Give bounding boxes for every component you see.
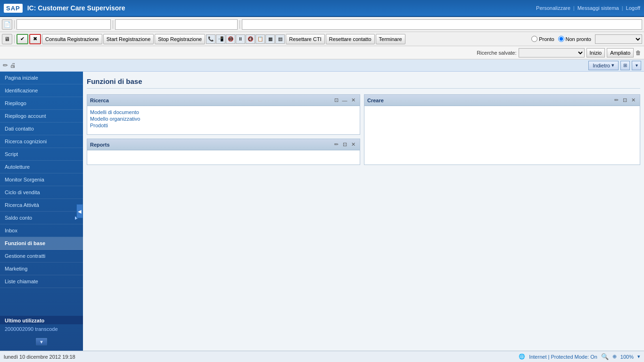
ricerca-panel-body: Modelli di documento Modello organizzati… <box>87 106 360 134</box>
toolbar-input-3[interactable] <box>242 19 642 30</box>
creare-edit-icon[interactable]: ✏ <box>612 97 620 104</box>
cti-icon2[interactable]: 📲 <box>216 34 225 44</box>
inizio-btn[interactable]: Inizio <box>586 48 605 58</box>
sidebar-item-liste-chiamate[interactable]: Liste chiamate <box>0 275 83 288</box>
indietro-btn[interactable]: Indietro ▾ <box>588 61 619 70</box>
creare-maximize-icon[interactable]: ⊡ <box>621 97 628 104</box>
cti-icon8[interactable]: ▤ <box>275 34 285 44</box>
sidebar-item-identificazione[interactable]: Identificazione <box>0 84 83 97</box>
sidebar-item-inbox[interactable]: Inbox <box>0 224 83 237</box>
reports-edit-icon[interactable]: ✏ <box>332 141 340 148</box>
sidebar-item-pagina-iniziale[interactable]: Pagina iniziale <box>0 72 83 84</box>
sidebar-item-riepilogo[interactable]: Riepilogo <box>0 97 83 110</box>
ricerca-maximize-icon[interactable]: ⊡ <box>332 97 340 104</box>
start-btn[interactable]: Start Registrazione <box>103 34 154 44</box>
toolbar2-icon1[interactable]: 🖥 <box>2 34 12 44</box>
prodotti-link[interactable]: Prodotti <box>90 122 357 129</box>
radio-pronto[interactable]: Pronto <box>531 36 554 42</box>
internet-status: Internet | Protected Mode: On <box>529 354 597 360</box>
ampliato-btn[interactable]: Ampliato <box>607 48 634 58</box>
zoom-level: ⊕ <box>612 354 617 360</box>
cti-icon1[interactable]: 📞 <box>206 34 215 44</box>
toolbar-input-2[interactable] <box>115 19 238 30</box>
ricerca-minimize-icon[interactable]: — <box>341 97 348 104</box>
ultimo-utilizzato-item[interactable]: 2000002090 transcode <box>0 324 83 334</box>
doc-icon[interactable]: 📄 <box>2 19 12 30</box>
sidebar-item-monitor-sorgenia[interactable]: Monitor Sorgenia <box>0 173 83 186</box>
resetta-cti-btn[interactable]: Resettare CTI <box>286 34 324 44</box>
sidebar-item-marketing[interactable]: Marketing <box>0 263 83 275</box>
ricerca-close-icon[interactable]: ✕ <box>349 97 357 104</box>
x-icon[interactable]: ✖ <box>29 34 41 44</box>
creare-panel-icons: ✏ ⊡ ✕ <box>612 97 637 104</box>
non-pronto-select[interactable] <box>595 34 642 44</box>
sidebar-item-ciclo-vendita[interactable]: Ciclo di vendita <box>0 186 83 199</box>
creare-panel-title: Creare <box>367 98 612 103</box>
content-panels: Ricerca ⊡ — ✕ Modelli di documento Model… <box>87 94 640 165</box>
sidebar-collapse-btn[interactable]: ◀ <box>76 204 83 218</box>
sidebar-item-saldo-conto[interactable]: Saldo conto ▶ <box>0 212 83 224</box>
cti-icon5[interactable]: 🔇 <box>246 34 255 44</box>
sidebar-item-script[interactable]: Script <box>0 148 83 161</box>
reports-maximize-icon[interactable]: ⊡ <box>341 141 348 148</box>
creare-panel-header: Creare ✏ ⊡ ✕ <box>364 95 640 106</box>
sidebar-item-gestione-contratti[interactable]: Gestione contratti <box>0 250 83 263</box>
sidebar-item-ricerca-cognizioni[interactable]: Ricerca cognizioni <box>0 135 83 148</box>
nav-icon1[interactable]: ⊞ <box>620 61 630 70</box>
delete-icon[interactable]: 🗑 <box>636 49 641 56</box>
sidebar-item-ricerca-attivita[interactable]: Ricerca Attività <box>0 199 83 212</box>
sidebar-item-autoletture[interactable]: Autoletture <box>0 161 83 173</box>
creare-close-icon[interactable]: ✕ <box>629 97 637 104</box>
statusbar-right: 🌐 Internet | Protected Mode: On 🔍 ⊕ 100%… <box>519 353 640 360</box>
statusbar: lunedì 10 dicembre 2012 19:18 🌐 Internet… <box>0 351 644 362</box>
messaggi-link[interactable]: Messaggi sistema <box>578 5 619 11</box>
sidebar-item-funzioni-di-base[interactable]: Funzioni di base <box>0 237 83 250</box>
ricerche-salvate-label: Ricerche salvate: <box>477 50 516 56</box>
reports-panel-title: Reports <box>90 142 332 148</box>
reports-panel-header: Reports ✏ ⊡ ✕ <box>87 139 360 150</box>
stop-btn[interactable]: Stop Registrazione <box>155 34 205 44</box>
toolbar2: 🖥 ✔ ✖ Consulta Registrazione Start Regis… <box>0 32 644 46</box>
zoom-value: 100% <box>620 354 634 360</box>
cti-icon6[interactable]: 📋 <box>256 34 265 44</box>
reports-close-icon[interactable]: ✕ <box>349 141 357 148</box>
creare-panel-body <box>364 106 640 134</box>
content-area: Funzioni di base Ricerca ⊡ — ✕ Modell <box>83 72 644 351</box>
zoom-icon: 🔍 <box>601 353 609 360</box>
radio-non-pronto[interactable]: Non pronto <box>558 36 591 42</box>
main: ◀ Pagina iniziale Identificazione Riepil… <box>0 72 644 351</box>
logoff-link[interactable]: Logoff <box>626 5 640 11</box>
radio-group: Pronto Non pronto <box>531 34 642 44</box>
modelli-documento-link[interactable]: Modelli di documento <box>90 109 357 115</box>
sep <box>14 20 15 29</box>
printer-icon[interactable]: 🖨 <box>10 62 16 69</box>
cti-icon4[interactable]: ⏸ <box>236 34 245 44</box>
app-title: IC: Customer Care Supervisore <box>27 4 536 12</box>
cti-icon7[interactable]: ▦ <box>265 34 275 44</box>
toolbar-input-1[interactable] <box>17 19 111 30</box>
sep3 <box>239 20 240 29</box>
ricerche-select[interactable] <box>519 48 585 58</box>
personalizzare-link[interactable]: Personalizzare <box>536 5 570 11</box>
sep2: | <box>622 5 623 11</box>
cti-icon3[interactable]: 📵 <box>226 34 235 44</box>
zoom-arrow[interactable]: ▾ <box>637 354 640 360</box>
nav-icon2[interactable]: ▾ <box>632 61 641 70</box>
termina-btn[interactable]: Terminare <box>376 34 405 44</box>
pencil-icon[interactable]: ✏ <box>3 62 8 69</box>
creare-panel: Creare ✏ ⊡ ✕ <box>364 94 640 165</box>
consulta-btn[interactable]: Consulta Registrazione <box>42 34 102 44</box>
modello-organizzativo-link[interactable]: Modello organizzativo <box>90 115 357 122</box>
sidebar-dropdown-btn[interactable]: ▼ <box>35 337 48 346</box>
app-header: SAP IC: Customer Care Supervisore Person… <box>0 0 644 17</box>
sidebar-item-riepilogo-account[interactable]: Riepilogo account <box>0 110 83 123</box>
dropdown-icon: ▼ <box>39 339 44 345</box>
sep <box>14 35 15 43</box>
reports-panel-body <box>87 150 360 165</box>
check-icon[interactable]: ✔ <box>17 34 28 44</box>
resetta-contatto-btn[interactable]: Resettare contatto <box>326 34 375 44</box>
sidebar-item-dati-contatto[interactable]: Dati contatto <box>0 123 83 135</box>
indietro-label: Indietro <box>593 63 610 68</box>
chevron-down-icon: ▾ <box>611 62 614 68</box>
ricerca-panel-icons: ⊡ — ✕ <box>332 97 357 104</box>
